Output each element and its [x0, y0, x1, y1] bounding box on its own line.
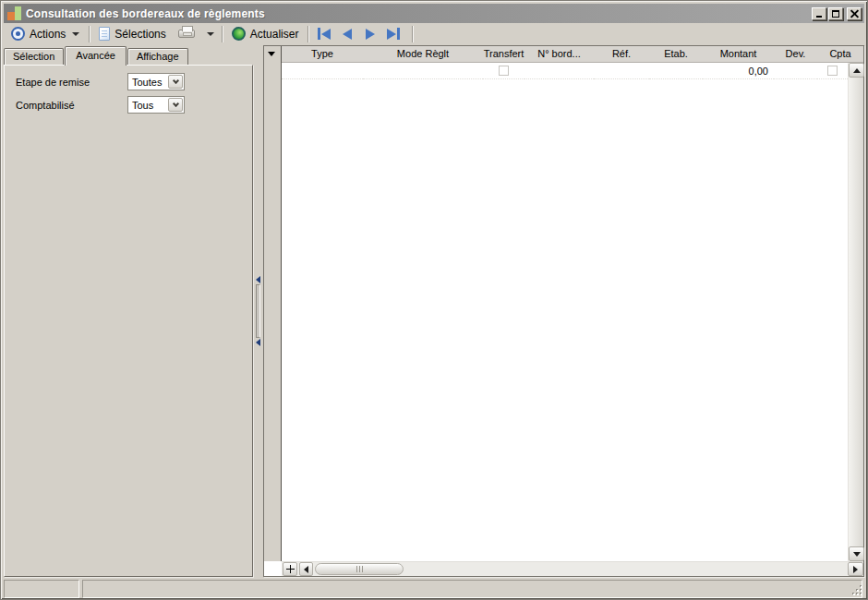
column-header-dev[interactable]: Dev. [774, 46, 817, 62]
previous-record-button[interactable] [335, 24, 358, 44]
tab-affichage[interactable]: Affichage [127, 48, 188, 65]
refresh-button[interactable]: Actualiser [226, 24, 305, 44]
plus-icon [286, 565, 295, 573]
filter-panel: Sélection Avancée Affichage Etape de rem… [4, 45, 253, 577]
column-header-type[interactable]: Type [282, 46, 363, 62]
cell-montant[interactable]: 0,00 [703, 63, 774, 79]
field-comptabilise: Comptabilisé Tous [16, 96, 245, 114]
print-options-dropdown[interactable] [201, 24, 218, 44]
cpta-checkbox[interactable] [827, 66, 838, 76]
selections-label: Sélections [115, 28, 165, 41]
transfert-checkbox[interactable] [499, 66, 509, 76]
cell-transfert[interactable] [483, 63, 524, 79]
close-button[interactable] [847, 7, 862, 20]
arrow-right-icon [853, 566, 858, 573]
next-record-icon [366, 29, 375, 40]
titlebar[interactable]: Consultation des bordereaux de règlement… [4, 4, 864, 23]
actions-menu-button[interactable]: Actions [6, 24, 85, 44]
chevron-down-icon [72, 32, 79, 36]
cell-type[interactable] [282, 63, 363, 79]
comptabilise-label: Comptabilisé [16, 99, 127, 111]
splitter-collapse-handle[interactable] [255, 276, 261, 346]
next-record-button[interactable] [358, 24, 381, 44]
status-cell-main [82, 580, 862, 598]
window-title: Consultation des bordereaux de règlement… [26, 7, 812, 20]
cell-cpta[interactable] [817, 63, 848, 79]
comptabilise-dropdown-button[interactable] [168, 98, 183, 112]
scroll-up-button[interactable] [849, 63, 864, 78]
column-header-montant[interactable]: Montant [703, 46, 774, 62]
last-record-icon [397, 28, 400, 40]
maximize-button[interactable] [828, 7, 843, 20]
add-button[interactable] [283, 562, 297, 576]
app-icon [6, 6, 22, 21]
printer-icon [178, 30, 195, 38]
horizontal-scroll-thumb[interactable] [315, 563, 404, 575]
content-area: Sélection Avancée Affichage Etape de rem… [4, 45, 864, 577]
arrow-left-icon [304, 566, 308, 573]
toolbar-separator [89, 26, 90, 42]
column-header-ref[interactable]: Réf. [594, 46, 649, 62]
refresh-label: Actualiser [250, 28, 299, 41]
comptabilise-select[interactable]: Tous [127, 96, 185, 114]
target-icon [11, 27, 25, 41]
cell-ref[interactable] [594, 63, 649, 79]
refresh-orb-icon [232, 27, 246, 41]
tabstrip: Sélection Avancée Affichage [4, 45, 253, 65]
first-record-button[interactable] [312, 24, 335, 44]
scroll-right-button[interactable] [848, 562, 863, 576]
toolbar: Actions Sélections Actualiser [4, 23, 864, 44]
tab-selection[interactable]: Sélection [4, 48, 64, 65]
cell-mode-reglt[interactable] [363, 63, 483, 79]
scroll-down-button[interactable] [849, 546, 864, 561]
last-record-icon [387, 29, 396, 40]
column-header-mode-reglt[interactable]: Mode Règlt [363, 46, 483, 62]
grid-options-dropdown-icon[interactable] [268, 52, 275, 56]
close-icon [850, 9, 859, 18]
toolbar-separator [307, 26, 308, 42]
field-etape-de-remise: Etape de remise Toutes [16, 73, 245, 90]
comptabilise-value: Tous [132, 100, 153, 111]
arrow-down-icon [853, 552, 861, 557]
print-button[interactable] [172, 24, 201, 44]
maximize-icon [832, 10, 839, 18]
window-controls [812, 7, 862, 20]
first-record-icon [321, 29, 331, 40]
last-record-button[interactable] [381, 24, 404, 44]
results-grid: Type Mode Règlt Transfert N° bord... Réf… [263, 45, 864, 577]
collapse-left-icon [256, 276, 260, 283]
column-header-n-bord[interactable]: N° bord... [524, 46, 594, 62]
row-selector-gutter [264, 46, 282, 561]
cell-dev[interactable] [774, 63, 817, 79]
scroll-left-button[interactable] [299, 562, 313, 576]
vertical-scrollbar[interactable] [848, 63, 863, 561]
column-header-etab[interactable]: Etab. [649, 46, 703, 62]
panel-splitter[interactable] [253, 45, 263, 577]
chevron-down-icon [207, 32, 214, 36]
toolbar-separator [412, 26, 413, 42]
selections-button[interactable]: Sélections [93, 24, 171, 44]
chevron-down-icon [172, 77, 178, 83]
app-icon-green-bar [15, 6, 21, 20]
thumb-grip-icon [359, 566, 360, 572]
minimize-button[interactable] [812, 7, 826, 20]
horizontal-scrollbar[interactable] [282, 561, 863, 576]
chevron-down-icon [172, 100, 178, 106]
grid-header: Type Mode Règlt Transfert N° bord... Réf… [282, 46, 863, 63]
document-icon [99, 27, 110, 41]
app-icon-orange-bar [7, 12, 15, 20]
etape-de-remise-select[interactable]: Toutes [127, 73, 185, 90]
splitter-groove[interactable] [256, 284, 260, 338]
etape-de-remise-value: Toutes [132, 77, 162, 88]
previous-record-icon [343, 29, 352, 40]
cell-etab[interactable] [649, 63, 703, 79]
table-row[interactable]: 0,00 [282, 63, 848, 79]
column-header-cpta[interactable]: Cpta [817, 46, 863, 62]
tab-avancee[interactable]: Avancée [65, 46, 127, 66]
actions-label: Actions [30, 28, 66, 41]
etape-dropdown-button[interactable] [168, 75, 183, 89]
minimize-icon [816, 16, 822, 18]
resize-grip[interactable] [850, 583, 862, 595]
column-header-transfert[interactable]: Transfert [483, 46, 524, 62]
cell-n-bord[interactable] [524, 63, 594, 79]
